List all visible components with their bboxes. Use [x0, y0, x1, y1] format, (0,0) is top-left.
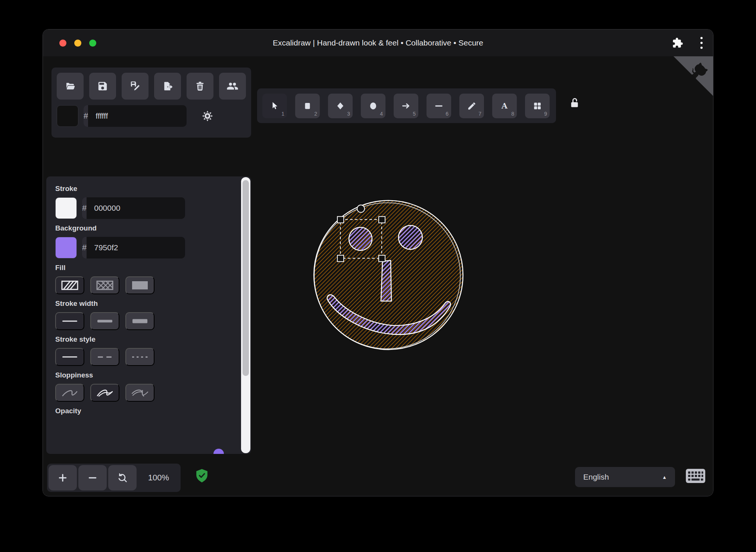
background-color-swatch[interactable]	[55, 237, 77, 258]
sloppiness-label: Sloppiness	[55, 371, 229, 379]
hash-prefix: #	[84, 105, 88, 127]
titlebar: Excalidraw | Hand-drawn look & feel • Co…	[43, 29, 713, 56]
tool-arrow[interactable]: 5	[394, 94, 418, 118]
background-hex-field: #	[82, 237, 185, 258]
tool-rectangle[interactable]: 2	[295, 94, 320, 118]
left-eye-ellipse[interactable]	[349, 227, 372, 250]
rotate-handle	[357, 205, 365, 213]
resize-handle-ne	[379, 217, 385, 223]
fill-label: Fill	[55, 264, 229, 272]
zoom-bar: 100%	[47, 464, 181, 492]
reset-zoom-button[interactable]	[108, 465, 137, 490]
window-title: Excalidraw | Hand-drawn look & feel • Co…	[43, 38, 713, 47]
zoom-level[interactable]: 100%	[138, 473, 179, 483]
right-eye-ellipse[interactable]	[399, 225, 422, 249]
resize-handle-se	[379, 255, 385, 261]
app-window: Excalidraw | Hand-drawn look & feel • Co…	[43, 29, 713, 496]
resize-handle-sw	[337, 255, 344, 261]
tool-selection[interactable]: 1	[262, 94, 287, 118]
stroke-style-dotted-button[interactable]	[125, 348, 154, 366]
stroke-label: Stroke	[55, 185, 229, 193]
canvas-background-hex-field: #	[84, 105, 187, 127]
properties-panel: Stroke # Background # Fill	[46, 176, 251, 454]
sloppiness-architect-button[interactable]	[55, 384, 84, 402]
stroke-style-label: Stroke style	[55, 335, 229, 344]
stroke-width-extra-bold-button[interactable]	[125, 312, 154, 330]
tool-diamond[interactable]: 3	[328, 94, 353, 118]
hash-prefix: #	[82, 197, 87, 219]
canvas-area[interactable]: # Stroke # Background	[43, 56, 713, 496]
panel-scrollbar[interactable]	[241, 177, 250, 453]
stroke-width-thin-button[interactable]	[55, 312, 84, 330]
export-button[interactable]	[154, 73, 181, 100]
file-panel: #	[51, 68, 251, 138]
tool-ellipse[interactable]: 4	[361, 94, 385, 118]
fill-hachure-button[interactable]	[55, 276, 84, 294]
reset-canvas-button[interactable]	[187, 73, 213, 100]
fill-solid-button[interactable]	[125, 276, 154, 294]
save-button[interactable]	[89, 73, 116, 100]
tool-draw[interactable]: 7	[459, 94, 484, 118]
green-shield-check-icon	[196, 468, 208, 485]
fill-cross-hatch-button[interactable]	[90, 276, 119, 294]
sloppiness-cartoonist-button[interactable]	[125, 384, 154, 402]
sun-icon[interactable]	[201, 109, 214, 123]
tool-line[interactable]: 6	[427, 94, 451, 118]
hash-prefix: #	[82, 237, 87, 258]
zoom-out-button[interactable]	[78, 465, 107, 490]
stroke-width-bold-button[interactable]	[90, 312, 119, 330]
opacity-label: Opacity	[55, 407, 229, 415]
chevron-up-icon: ▲	[662, 474, 667, 480]
stroke-color-input[interactable]	[87, 197, 185, 219]
tools-toolbar: 1 2 3 4 5 6 7	[257, 88, 556, 123]
stroke-style-dashed-button[interactable]	[90, 348, 119, 366]
language-value: English	[583, 473, 609, 482]
canvas-background-swatch[interactable]	[57, 105, 78, 127]
tool-shapes[interactable]: 9	[525, 94, 550, 118]
stroke-color-swatch[interactable]	[55, 197, 77, 219]
unlocked-padlock-icon[interactable]	[566, 94, 583, 112]
panel-scrollbar-thumb[interactable]	[243, 180, 249, 376]
stroke-width-label: Stroke width	[55, 299, 229, 308]
keyboard-icon[interactable]	[685, 468, 706, 485]
opacity-slider-thumb[interactable]	[213, 449, 224, 454]
open-file-button[interactable]	[57, 73, 84, 100]
collaborators-button[interactable]	[219, 73, 246, 100]
sloppiness-artist-button[interactable]	[90, 384, 119, 402]
background-label: Background	[55, 224, 229, 232]
svg-text:A: A	[501, 101, 508, 110]
background-color-input[interactable]	[87, 237, 185, 258]
github-corner-link[interactable]	[674, 56, 713, 96]
tool-text[interactable]: A 8	[492, 94, 517, 118]
language-select[interactable]: English ▲	[575, 467, 675, 487]
nose-rectangle[interactable]	[381, 260, 391, 301]
zoom-in-button[interactable]	[49, 465, 77, 490]
resize-handle-nw	[337, 217, 344, 223]
puzzle-extension-icon[interactable]	[672, 37, 683, 48]
canvas-background-input[interactable]	[88, 105, 187, 127]
save-as-button[interactable]	[122, 73, 149, 100]
stroke-style-solid-button[interactable]	[55, 348, 84, 366]
stroke-hex-field: #	[82, 197, 185, 219]
kebab-menu-icon[interactable]	[700, 36, 703, 50]
